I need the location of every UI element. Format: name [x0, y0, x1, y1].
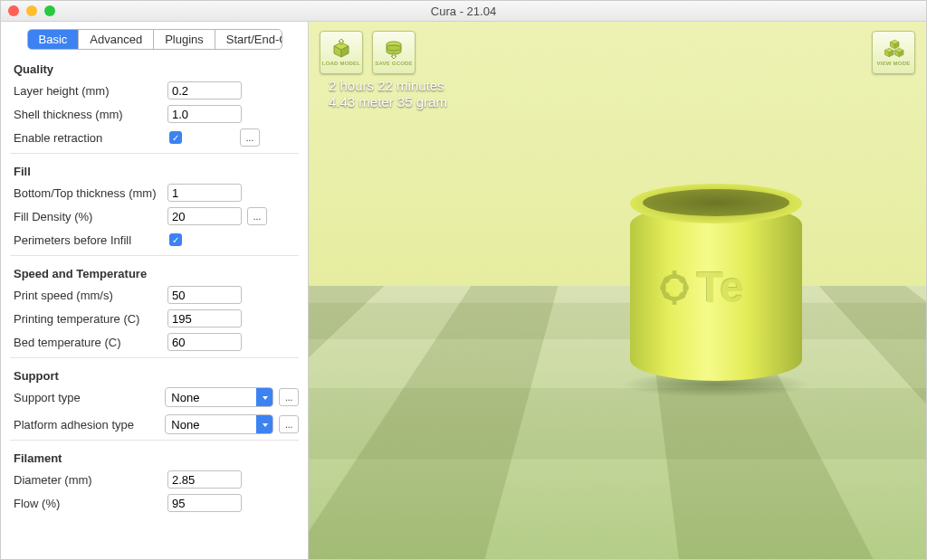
input-bottom-top-thickness[interactable]: [167, 184, 242, 202]
3d-viewport[interactable]: LOAD MODEL SAVE GCODE: [309, 22, 926, 560]
label-platform-adhesion: Platform adhesion type: [10, 418, 165, 432]
tab-basic[interactable]: Basic: [28, 30, 80, 49]
titlebar: Cura - 21.04: [1, 1, 926, 22]
fill-density-more-button[interactable]: ...: [247, 207, 267, 225]
support-type-more-button[interactable]: ...: [279, 388, 299, 406]
label-layer-height: Layer height (mm): [10, 84, 167, 98]
section-quality: Quality: [14, 62, 299, 76]
model-emboss: Te: [657, 254, 793, 321]
input-layer-height[interactable]: [167, 81, 242, 100]
window-title: Cura - 21.04: [1, 5, 926, 18]
label-bed-temperature: Bed temperature (C): [10, 336, 167, 349]
checkbox-enable-retraction[interactable]: ✓: [169, 131, 182, 144]
view-mode-label: VIEW MODE: [877, 61, 911, 66]
print-info: 2 hours 22 minutes 4.43 meter 35 gram: [329, 78, 447, 110]
input-printing-temperature[interactable]: [167, 309, 242, 327]
platform-adhesion-more-button[interactable]: ...: [279, 415, 299, 433]
label-perimeters-before-infill: Perimeters before Infill: [10, 233, 167, 247]
svg-line-20: [680, 293, 684, 298]
label-printing-temperature: Printing temperature (C): [10, 312, 167, 326]
input-flow[interactable]: [167, 494, 242, 512]
load-model-icon: [330, 39, 352, 59]
load-model-label: LOAD MODEL: [322, 61, 360, 66]
label-support-type: Support type: [10, 391, 165, 404]
model-emboss-text: Te: [697, 262, 744, 312]
checkbox-perimeters-before-infill[interactable]: ✓: [169, 233, 182, 246]
label-bottom-top-thickness: Bottom/Top thickness (mm): [10, 186, 167, 200]
section-fill: Fill: [14, 165, 299, 178]
label-enable-retraction: Enable retraction: [10, 131, 167, 145]
build-plate-grid: [309, 286, 926, 560]
view-mode-button[interactable]: VIEW MODE: [872, 31, 915, 74]
viewport-floor: [309, 286, 926, 560]
gear-icon: [657, 268, 692, 308]
app-window: Cura - 21.04 Basic Advanced Plugins Star…: [0, 0, 927, 560]
input-fill-density[interactable]: [167, 207, 242, 225]
tab-advanced[interactable]: Advanced: [79, 30, 154, 49]
viewport-toolbar: LOAD MODEL SAVE GCODE: [320, 31, 416, 74]
label-flow: Flow (%): [10, 497, 167, 510]
print-usage-text: 4.43 meter 35 gram: [329, 94, 447, 110]
svg-line-21: [680, 278, 684, 282]
svg-line-22: [664, 293, 669, 298]
model-inner: [643, 189, 789, 216]
select-support-type[interactable]: None: [165, 387, 273, 407]
print-time-text: 2 hours 22 minutes: [329, 78, 447, 94]
input-diameter[interactable]: [167, 470, 242, 489]
save-gcode-icon: [383, 39, 405, 59]
label-diameter: Diameter (mm): [10, 473, 167, 487]
load-model-button[interactable]: LOAD MODEL: [320, 31, 363, 74]
tab-plugins[interactable]: Plugins: [154, 30, 215, 49]
section-support: Support: [14, 369, 299, 383]
section-filament: Filament: [14, 451, 299, 465]
tab-bar: Basic Advanced Plugins Start/End-GCode: [27, 29, 282, 50]
svg-line-19: [664, 278, 669, 282]
input-shell-thickness[interactable]: [167, 105, 242, 123]
view-mode-icon: [883, 39, 904, 59]
save-gcode-label: SAVE GCODE: [375, 61, 413, 66]
label-print-speed: Print speed (mm/s): [10, 289, 167, 302]
settings-sidebar: Basic Advanced Plugins Start/End-GCode Q…: [1, 22, 309, 560]
tab-start-end-gcode[interactable]: Start/End-GCode: [215, 30, 282, 49]
retraction-more-button[interactable]: ...: [240, 128, 260, 147]
label-fill-density: Fill Density (%): [10, 210, 167, 223]
model-object[interactable]: Te: [630, 184, 802, 392]
save-gcode-button[interactable]: SAVE GCODE: [372, 31, 416, 74]
section-speed-temperature: Speed and Temperature: [14, 267, 299, 280]
input-print-speed[interactable]: [167, 286, 242, 304]
select-platform-adhesion[interactable]: None: [165, 414, 273, 434]
label-shell-thickness: Shell thickness (mm): [10, 108, 167, 121]
input-bed-temperature[interactable]: [167, 333, 242, 351]
body: Basic Advanced Plugins Start/End-GCode Q…: [1, 22, 926, 560]
